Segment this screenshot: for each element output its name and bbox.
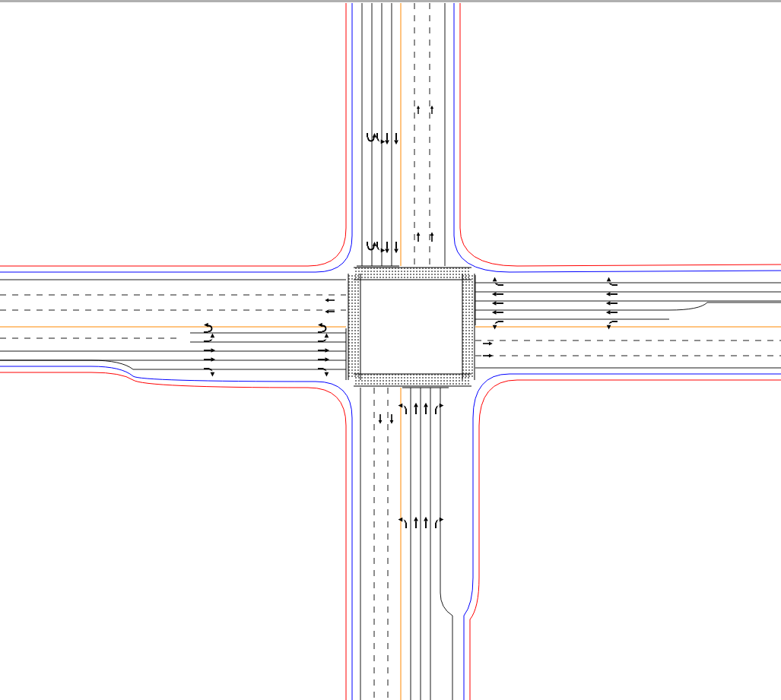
crosswalk-south bbox=[354, 374, 471, 386]
arrows-west-near bbox=[318, 323, 329, 377]
crosswalk-west bbox=[348, 274, 360, 380]
arrows-west-receiving bbox=[325, 299, 335, 314]
crosswalks bbox=[348, 268, 475, 386]
arrows-south-near bbox=[398, 403, 444, 414]
arrows-east-near bbox=[492, 277, 503, 330]
arrows-south-receiving bbox=[379, 414, 394, 424]
arrows-south-far bbox=[398, 517, 444, 528]
crosswalk-east bbox=[462, 274, 475, 380]
vertical-road bbox=[357, 3, 452, 700]
arrows-north-receiving bbox=[417, 106, 434, 242]
crosswalk-north bbox=[354, 268, 471, 280]
road-edge-inner bbox=[0, 3, 781, 700]
arrows-east-far bbox=[606, 277, 617, 330]
arrows-north-far bbox=[367, 133, 398, 144]
horizontal-road bbox=[0, 275, 781, 380]
arrows-north-near bbox=[367, 242, 398, 253]
arrows-west-far bbox=[204, 323, 215, 377]
arrows-east-receiving bbox=[483, 342, 493, 358]
right-of-way-outer bbox=[0, 3, 781, 700]
intersection-diagram bbox=[0, 0, 781, 700]
